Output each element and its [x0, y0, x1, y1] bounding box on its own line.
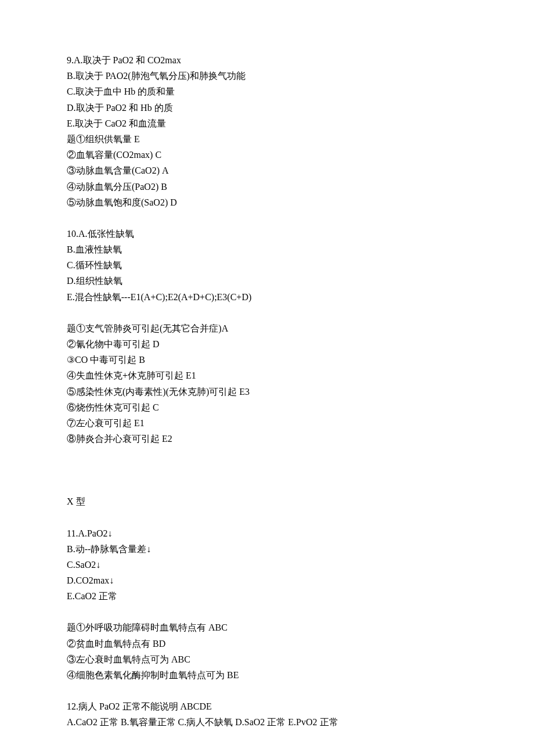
q9-sub-4: ④动脉血氧分压(PaO2) B — [67, 179, 467, 195]
q11-opt-b: B.动--静脉氧含量差↓ — [67, 541, 467, 557]
q10-sub-3: ③CO 中毒可引起 B — [67, 352, 467, 368]
q9-sub-1: 题①组织供氧量 E — [67, 131, 467, 147]
q10-sub-5: ⑤感染性休克(内毒素性)(无休克肺)可引起 E3 — [67, 384, 467, 399]
spacer — [67, 478, 467, 494]
q9-opt-e: E.取决于 CaO2 和血流量 — [67, 116, 467, 131]
q9-opt-d: D.取决于 PaO2 和 Hb 的质 — [67, 100, 467, 116]
q9-sub-2: ②血氧容量(CO2max) C — [67, 147, 467, 163]
spacer — [67, 604, 467, 620]
q10-opt-b: B.血液性缺氧 — [67, 242, 467, 257]
q10-sub-7: ⑦左心衰可引起 E1 — [67, 415, 467, 431]
q10-sub-4: ④失血性休克+休克肺可引起 E1 — [67, 368, 467, 383]
q10-sub-1: 题①支气管肺炎可引起(无其它合并症)A — [67, 321, 467, 336]
spacer — [67, 447, 467, 462]
spacer — [67, 510, 467, 525]
q9-header: 9.A.取决于 PaO2 和 CO2max — [67, 52, 467, 68]
q9-sub-5: ⑤动脉血氧饱和度(SaO2) D — [67, 195, 467, 210]
q10-opt-d: D.组织性缺氧 — [67, 273, 467, 289]
q11-sub-2: ②贫血时血氧特点有 BD — [67, 636, 467, 651]
x-type-heading: X 型 — [67, 494, 467, 509]
q10-opt-c: C.循环性缺氧 — [67, 257, 467, 273]
q10-sub-8: ⑧肺炎合并心衰可引起 E2 — [67, 431, 467, 447]
q11-opt-d: D.CO2max↓ — [67, 573, 467, 588]
q11-sub-4: ④细胞色素氧化酶抑制时血氧特点可为 BE — [67, 667, 467, 683]
q10-header: 10.A.低张性缺氧 — [67, 226, 467, 242]
q11-opt-e: E.CaO2 正常 — [67, 588, 467, 604]
q9-opt-c: C.取决于血中 Hb 的质和量 — [67, 84, 467, 99]
spacer — [67, 210, 467, 226]
q11-opt-c: C.SaO2↓ — [67, 557, 467, 573]
spacer — [67, 305, 467, 321]
spacer — [67, 462, 467, 478]
q9-sub-3: ③动脉血氧含量(CaO2) A — [67, 163, 467, 178]
q12-header: 12.病人 PaO2 正常不能说明 ABCDE — [67, 699, 467, 714]
q10-sub-2: ②氰化物中毒可引起 D — [67, 336, 467, 352]
q11-sub-3: ③左心衰时血氧特点可为 ABC — [67, 651, 467, 667]
q12-opts: A.CaO2 正常 B.氧容量正常 C.病人不缺氧 D.SaO2 正常 E.Pv… — [67, 714, 467, 730]
q11-sub-1: 题①外呼吸功能障碍时血氧特点有 ABC — [67, 620, 467, 635]
q9-opt-b: B.取决于 PAO2(肺泡气氧分压)和肺换气功能 — [67, 68, 467, 84]
q11-header: 11.A.PaO2↓ — [67, 525, 467, 541]
q10-sub-6: ⑥烧伤性休克可引起 C — [67, 399, 467, 415]
q10-opt-e: E.混合性缺氧---E1(A+C);E2(A+D+C);E3(C+D) — [67, 289, 467, 305]
spacer — [67, 683, 467, 699]
page-content: 9.A.取决于 PaO2 和 CO2max B.取决于 PAO2(肺泡气氧分压)… — [0, 0, 534, 756]
